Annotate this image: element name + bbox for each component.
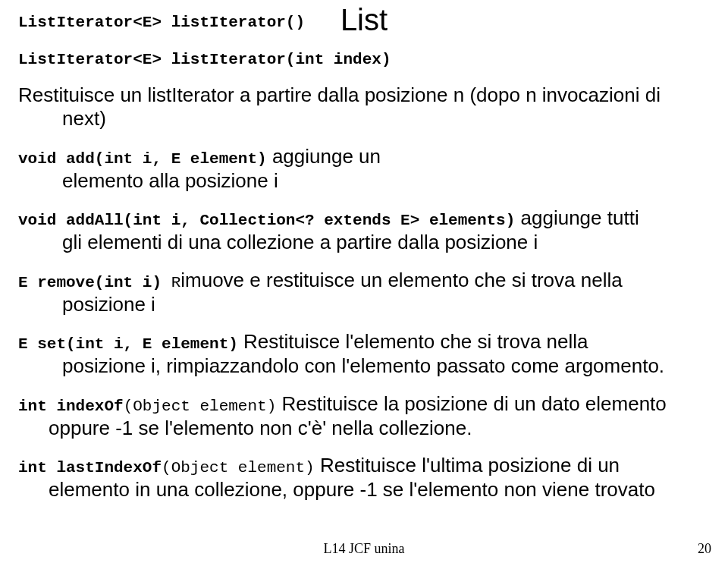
- description-text: imuove e restituisce un elemento che si …: [180, 269, 622, 291]
- description-text: aggiunge tutti: [521, 206, 639, 229]
- method-line: E set(int i, E element) Restituisce l'el…: [18, 330, 710, 354]
- description-text: posizione i, rimpiazzandolo con l'elemen…: [18, 354, 710, 379]
- method-block: E set(int i, E element) Restituisce l'el…: [18, 330, 710, 378]
- method-signature: E set(int i, E element): [18, 335, 238, 353]
- slide-content: ListIterator<E> listIterator() List List…: [0, 0, 728, 502]
- method-line: void addAll(int i, Collection<? extends …: [18, 206, 710, 231]
- method-params: (Object element): [162, 459, 315, 477]
- method-cap: [162, 274, 171, 291]
- description-text: [515, 206, 520, 229]
- method-cap: R: [171, 274, 181, 291]
- description-text: [276, 392, 281, 415]
- method-line: void add(int i, E element) aggiunge un: [18, 145, 710, 169]
- description-text: oppure -1 se l'elemento non c'è' nella c…: [18, 417, 710, 441]
- description-text: elemento alla posizione i: [18, 169, 710, 193]
- method-line: int lastIndexOf(Object element) Restitui…: [18, 454, 710, 478]
- method-signature: void addAll(int i, Collection<? extends …: [18, 212, 515, 229]
- header-row: ListIterator<E> listIterator() List: [18, 3, 710, 41]
- method-signature: ListIterator<E> listIterator(): [18, 14, 305, 31]
- footer-text: L14 JCF unina: [0, 541, 728, 557]
- method-block: ListIterator<E> listIterator(int index): [18, 50, 710, 70]
- method-signature: ListIterator<E> listIterator(int index): [18, 50, 710, 70]
- description-block: Restituisce un listIterator a partire da…: [18, 83, 710, 131]
- description-text: Restituisce la posizione di un dato elem…: [282, 392, 667, 415]
- method-signature: int lastIndexOf: [18, 459, 162, 477]
- method-line: int indexOf(Object element) Restituisce …: [18, 392, 710, 417]
- description-text: Restituisce l'elemento che si trova nell…: [243, 330, 588, 353]
- description-text: elemento in una collezione, oppure -1 se…: [18, 478, 710, 502]
- method-signature: int indexOf: [18, 398, 124, 415]
- description-text: posizione i: [18, 293, 710, 317]
- method-block: void addAll(int i, Collection<? extends …: [18, 206, 710, 254]
- method-line: E remove(int i) Rimuove e restituisce un…: [18, 269, 710, 293]
- method-params: (Object element): [124, 398, 277, 415]
- method-block: int lastIndexOf(Object element) Restitui…: [18, 454, 710, 502]
- description-text: Restituisce un listIterator a partire da…: [18, 83, 710, 108]
- description-text: [267, 145, 272, 168]
- description-text: aggiunge un: [272, 145, 381, 168]
- method-signature: void add(int i, E element): [18, 150, 267, 168]
- method-block: void add(int i, E element) aggiunge un e…: [18, 145, 710, 193]
- description-text: [238, 330, 243, 353]
- method-block: E remove(int i) Rimuove e restituisce un…: [18, 269, 710, 316]
- description-text: next): [18, 107, 710, 131]
- description-text: [315, 454, 320, 477]
- method-block: int indexOf(Object element) Restituisce …: [18, 392, 710, 440]
- description-text: Restituisce l'ultima posizione di un: [320, 454, 620, 477]
- method-signature: E remove(int i): [18, 274, 162, 291]
- description-text: gli elementi di una collezione a partire…: [18, 231, 710, 255]
- page-number: 20: [698, 541, 711, 557]
